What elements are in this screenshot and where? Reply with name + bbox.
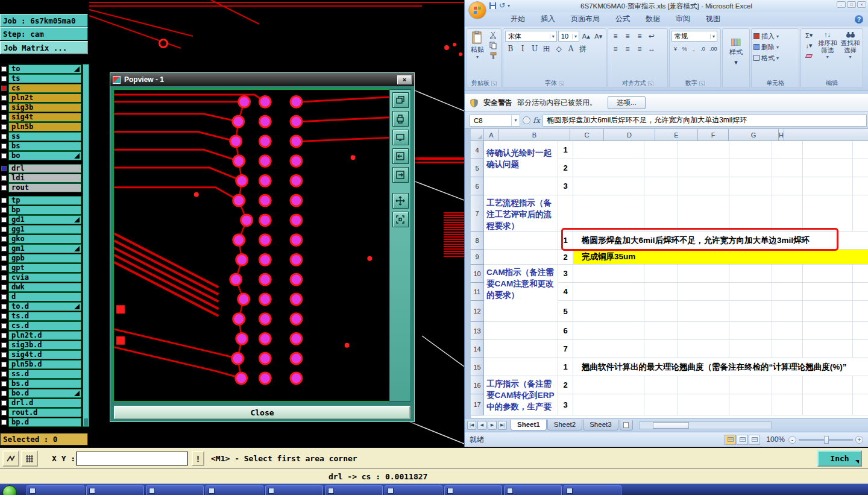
ribbon-tab[interactable]: 审阅	[668, 12, 697, 27]
excel-titlebar[interactable]: ↺ ▾ 6S7KM05MA0-预审指示.xls [兼容模式] - Microso…	[465, 0, 868, 12]
layer-label[interactable]: ss	[8, 132, 81, 141]
taskbar-button[interactable]	[206, 485, 263, 495]
layer-row[interactable]: cvia	[0, 273, 83, 282]
last-sheet-button[interactable]: ▶|	[498, 421, 507, 430]
cell-tail[interactable]	[853, 376, 868, 394]
row-header[interactable]: 4	[471, 141, 484, 159]
align-center-button[interactable]: ≡	[622, 43, 633, 54]
shrink-font-button[interactable]: A▾	[593, 31, 605, 42]
layer-label[interactable]: bp	[8, 206, 81, 215]
layer-label[interactable]: ss.d	[8, 370, 81, 379]
units-button[interactable]: Inch	[817, 450, 862, 467]
cell-tail[interactable]	[853, 195, 868, 232]
start-button[interactable]	[2, 485, 17, 495]
layer-checkbox[interactable]	[1, 143, 7, 149]
cell-F[interactable]	[729, 177, 772, 195]
layer-label[interactable]: gko	[8, 235, 81, 244]
dialog-launcher-icon[interactable]: ↘	[648, 81, 653, 86]
cell-E[interactable]	[678, 283, 729, 301]
cell-D[interactable]	[644, 301, 678, 322]
row-header[interactable]: 15	[471, 358, 484, 376]
layer-checkbox[interactable]	[1, 400, 7, 406]
layer-label[interactable]: to.d	[8, 302, 81, 311]
row-header[interactable]: 17	[471, 394, 484, 415]
cell-styles-button[interactable]: 样式▾	[725, 31, 747, 74]
layer-checkbox[interactable]	[1, 381, 7, 386]
popview-zoom-window-button[interactable]	[392, 92, 409, 108]
layer-label[interactable]: dwk	[8, 283, 81, 292]
sheet-tab[interactable]: Sheet1	[511, 420, 547, 430]
popview-close-view-button[interactable]: Close	[114, 406, 410, 419]
popview-print-button[interactable]	[392, 111, 409, 127]
cell-F[interactable]	[729, 159, 772, 177]
cell-H[interactable]	[803, 301, 853, 322]
autosum-button[interactable]: Σ▾	[803, 31, 815, 40]
qat-dropdown-icon[interactable]: ▾	[508, 3, 510, 8]
column-header[interactable]: G	[729, 129, 779, 141]
cell-B[interactable]: 4	[558, 283, 573, 301]
cell-E[interactable]	[678, 394, 729, 415]
layer-checkbox[interactable]	[1, 294, 7, 300]
layer-list-scrollbar[interactable]	[83, 64, 89, 427]
cell-E[interactable]	[678, 376, 729, 394]
cell-C[interactable]	[573, 376, 644, 394]
sort-filter-button[interactable]: ↑↓ 排序和筛选▾	[817, 31, 838, 61]
cell-C[interactable]	[573, 283, 644, 301]
profile-tool-button[interactable]	[2, 450, 19, 467]
cell-A[interactable]	[484, 232, 558, 250]
align-bottom-button[interactable]: ≡	[634, 31, 645, 42]
layer-checkbox[interactable]	[1, 124, 7, 130]
layer-row[interactable]: bo	[0, 151, 83, 160]
layer-row[interactable]: ldi	[0, 173, 83, 183]
layer-row[interactable]: pln2t.d	[0, 330, 83, 340]
layer-row[interactable]: gg1	[0, 224, 83, 234]
cell-F[interactable]	[729, 265, 772, 283]
layer-checkbox[interactable]	[1, 410, 7, 415]
font-style-button[interactable]: U	[529, 43, 540, 54]
name-box[interactable]: C8▾	[470, 115, 520, 127]
layer-checkbox[interactable]	[1, 314, 7, 319]
maximize-button[interactable]: □	[847, 1, 856, 8]
layer-checkbox[interactable]	[1, 175, 7, 181]
cell-tail[interactable]	[853, 283, 868, 301]
layer-label[interactable]: tp	[8, 196, 81, 205]
select-all-corner[interactable]	[471, 129, 484, 141]
help-button[interactable]: ?	[855, 15, 863, 24]
layer-row[interactable]: bp	[0, 205, 83, 215]
column-header[interactable]: H	[779, 129, 784, 141]
clear-button[interactable]	[803, 51, 815, 60]
layer-checkbox[interactable]	[1, 362, 7, 367]
cell-C-text[interactable]: 完成铜厚35um	[573, 250, 868, 264]
cell-C[interactable]	[573, 394, 644, 415]
cell-E[interactable]	[678, 265, 729, 283]
font-style-button[interactable]: A	[565, 43, 576, 54]
layer-checkbox[interactable]	[1, 342, 7, 348]
column-header[interactable]: D	[604, 129, 655, 141]
row-header[interactable]: 14	[471, 340, 484, 358]
layer-checkbox[interactable]	[1, 198, 7, 203]
row-header[interactable]: 12	[471, 301, 484, 322]
page-break-view-button[interactable]	[749, 435, 760, 445]
column-header[interactable]: C	[570, 129, 604, 141]
number-format-button[interactable]: ,	[690, 43, 697, 54]
minimize-button[interactable]: -	[837, 1, 846, 8]
ribbon-tab[interactable]: 页面布局	[564, 12, 607, 27]
zoom-slider[interactable]	[799, 439, 853, 441]
layer-row[interactable]: ss.d	[0, 369, 83, 379]
grow-font-button[interactable]: A▴	[580, 31, 592, 42]
cell-tail[interactable]	[853, 265, 868, 283]
cell-H[interactable]	[803, 283, 853, 301]
layer-checkbox[interactable]	[1, 105, 7, 110]
layer-checkbox[interactable]	[1, 236, 7, 242]
taskbar-button[interactable]	[564, 485, 621, 495]
taskbar-button[interactable]	[146, 485, 204, 495]
row-header[interactable]: 5	[471, 159, 484, 177]
cell-E[interactable]	[678, 177, 729, 195]
layer-row[interactable]: bo.d	[0, 388, 83, 398]
layer-label[interactable]: drl.d	[8, 399, 81, 408]
cell-D[interactable]	[644, 159, 678, 177]
layer-label[interactable]: pln5b.d	[8, 360, 81, 369]
layer-label[interactable]: sig4t.d	[8, 350, 81, 359]
column-header[interactable]: B	[499, 129, 570, 141]
layer-label[interactable]: ts	[8, 74, 81, 83]
